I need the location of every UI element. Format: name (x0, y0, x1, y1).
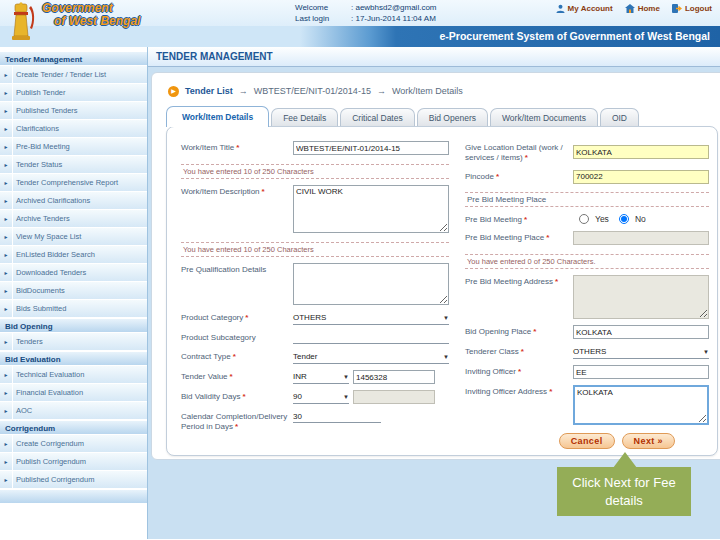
work-item-details-form: Work/Item Title* You have entered 10 of … (166, 126, 718, 456)
field-row-pre-qualification: Pre Qualification Details (181, 263, 449, 305)
sidebar-item-downloaded-tenders[interactable]: ▸Downloaded Tenders (0, 264, 147, 282)
sidebar-item-create-tender[interactable]: ▸Create Tender / Tender List (0, 66, 147, 84)
sidebar-item-published-tenders[interactable]: ▸Published Tenders (0, 102, 147, 120)
dropdown-arrow-icon: ▼ (343, 374, 349, 380)
product-category-select[interactable]: OTHERS▼ (293, 311, 449, 325)
sidebar-item-view-my-space-list[interactable]: ▸View My Space List (0, 228, 147, 246)
sidebar-item-tender-comprehensive-report[interactable]: ▸Tender Comprehensive Report (0, 174, 147, 192)
sidebar-item-bids-submitted[interactable]: ▸Bids Submitted (0, 300, 147, 318)
field-row-location: Give Location Detail (work / services / … (465, 141, 709, 164)
pincode-input[interactable] (573, 170, 709, 184)
work-item-title-input[interactable] (293, 141, 449, 155)
inviting-officer-input[interactable] (573, 365, 709, 379)
field-row-bid-validity-days: Bid Validity Days* 90▼ (181, 390, 449, 404)
bid-validity-days-select[interactable]: 90▼ (293, 390, 349, 404)
home-icon (625, 4, 635, 13)
prebid-address-textarea (573, 275, 709, 319)
sidebar-item-create-corrigendum[interactable]: ▸Create Corrigendum (0, 435, 147, 453)
location-label: Give Location Detail (work / services / … (465, 141, 573, 164)
breadcrumb-current: Work/Item Details (392, 86, 463, 96)
tenderer-class-select[interactable]: OTHERS▼ (573, 345, 709, 359)
bid-validity-days-label: Bid Validity Days* (181, 390, 293, 404)
home-link[interactable]: Home (625, 4, 660, 13)
sidebar-item-prebid-meeting[interactable]: ▸Pre-Bid Meeting (0, 138, 147, 156)
prebid-yes-radio[interactable] (579, 214, 589, 224)
sidebar-item-published-corrigendum[interactable]: ▸Published Corrigendum (0, 471, 147, 489)
field-row-tender-value: Tender Value* INR▼ (181, 370, 449, 384)
sidebar-item-enlisted-bidder-search[interactable]: ▸EnListed Bidder Search (0, 246, 147, 264)
sidebar-item-archived-clarifications[interactable]: ▸Archived Clarifications (0, 192, 147, 210)
tender-value-input[interactable] (353, 370, 435, 384)
next-step-tooltip: Click Next for Fee details (557, 467, 691, 516)
pre-qualification-label: Pre Qualification Details (181, 263, 293, 305)
sidebar-item-technical-evaluation[interactable]: ▸Technical Evaluation (0, 366, 147, 384)
sidebar-item-publish-tender[interactable]: ▸Publish Tender (0, 84, 147, 102)
tenderer-class-label: Tenderer Class* (465, 345, 573, 359)
tab-oid[interactable]: OID (600, 108, 639, 127)
breadcrumb-separator: → (377, 86, 386, 96)
arrow-bullet-icon: ▸ (0, 458, 12, 465)
field-row-calendar-period: Calendar Completion/Delivery Period in D… (181, 410, 449, 433)
dropdown-arrow-icon: ▼ (443, 315, 449, 321)
inviting-officer-address-textarea[interactable]: KOLKATA (573, 385, 709, 425)
arrow-bullet-icon: ▸ (0, 476, 12, 483)
sidebar-section-partial (0, 489, 147, 504)
sidebar-item-aoc[interactable]: ▸AOC (0, 402, 147, 420)
welcome-block: Welcome : aewbhsd2@gmail.com Last login … (295, 3, 437, 23)
arrow-bullet-icon: ▸ (0, 125, 12, 132)
sidebar-item-tenders[interactable]: ▸Tenders (0, 333, 147, 351)
contract-type-select[interactable]: Tender▼ (293, 350, 449, 364)
govt-emblem-icon (6, 2, 36, 42)
product-subcategory-label: Product Subcategory (181, 331, 293, 344)
sidebar-section-corrigendum: Corrigendum (0, 420, 147, 435)
tab-bid-openers[interactable]: Bid Openers (417, 108, 488, 127)
tab-work-item-documents[interactable]: Work/Item Documents (490, 108, 598, 127)
main-content: TENDER MANAGEMENT ▶ Tender List → WBTEST… (148, 47, 720, 539)
tab-critical-dates[interactable]: Critical Dates (340, 108, 415, 127)
tab-fee-details[interactable]: Fee Details (271, 108, 338, 127)
logout-link[interactable]: Logout (672, 4, 712, 13)
bid-opening-place-input[interactable] (573, 325, 709, 339)
work-item-description-label: Work/Item Description* (181, 185, 293, 233)
breadcrumb-tender-list[interactable]: Tender List (185, 86, 233, 96)
sidebar-item-financial-evaluation[interactable]: ▸Financial Evaluation (0, 384, 147, 402)
cancel-button[interactable]: Cancel (559, 433, 615, 449)
form-right-column: Give Location Detail (work / services / … (465, 141, 709, 447)
arrow-bullet-icon: ▸ (0, 371, 12, 378)
arrow-bullet-icon: ▸ (0, 71, 12, 78)
sidebar-item-clarifications[interactable]: ▸Clarifications (0, 120, 147, 138)
next-button[interactable]: Next » (622, 433, 675, 449)
logo: Government of West Bengal (0, 0, 290, 26)
location-input[interactable] (573, 145, 709, 159)
tab-work-item-details[interactable]: Work/Item Details (166, 106, 269, 127)
prebid-place-label: Pre Bid Meeting Place* (465, 231, 573, 245)
breadcrumb-arrow-icon: ▶ (168, 86, 179, 97)
my-account-link[interactable]: My Account (556, 4, 613, 13)
prebid-char-counter: You have entered 0 of 250 Characters. (465, 254, 709, 269)
dropdown-arrow-icon: ▼ (343, 394, 349, 400)
user-icon (556, 4, 565, 13)
pre-qualification-textarea[interactable] (293, 263, 449, 305)
prebid-meeting-place-section-title: Pre Bid Meeting Place (465, 192, 709, 207)
sidebar-item-biddocuments[interactable]: ▸BidDocuments (0, 282, 147, 300)
last-login-label: Last login (295, 14, 351, 23)
sidebar-item-archive-tenders[interactable]: ▸Archive Tenders (0, 210, 147, 228)
sidebar-section-bid-evaluation: Bid Evaluation (0, 351, 147, 366)
prebid-no-radio[interactable] (619, 214, 629, 224)
inviting-officer-address-label: Inviting Officer Address* (465, 385, 573, 425)
currency-select[interactable]: INR▼ (293, 370, 349, 384)
field-row-inviting-officer-address: Inviting Officer Address* KOLKATA (465, 385, 709, 425)
tooltip-text: Click Next for Fee details (572, 475, 675, 508)
calendar-period-input[interactable] (293, 410, 381, 423)
product-subcategory-input[interactable] (293, 331, 449, 344)
header-links: My Account Home Logout (556, 4, 712, 13)
arrow-bullet-icon: ▸ (0, 161, 12, 168)
work-item-description-textarea[interactable]: CIVIL WORK (293, 185, 449, 233)
page: e-Procurement System of Government of We… (0, 0, 720, 540)
title-char-counter: You have entered 10 of 250 Characters (181, 164, 449, 179)
sidebar-item-tender-status[interactable]: ▸Tender Status (0, 156, 147, 174)
sidebar-section-bid-opening: Bid Opening (0, 318, 147, 333)
sidebar-item-publish-corrigendum[interactable]: ▸Publish Corrigendum (0, 453, 147, 471)
inviting-officer-label: Inviting Officer* (465, 365, 573, 379)
arrow-bullet-icon: ▸ (0, 197, 12, 204)
